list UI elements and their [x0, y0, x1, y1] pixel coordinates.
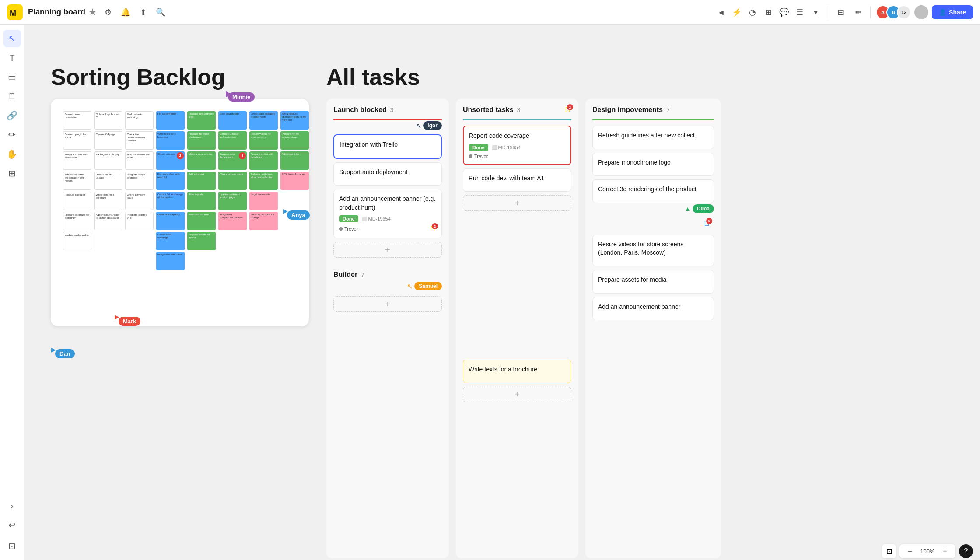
sticky-reduce[interactable]: Reduce task-switching [125, 111, 154, 130]
more-options-icon[interactable]: ▾ [808, 5, 822, 19]
sticky-update-content[interactable]: Update content on product page [218, 192, 247, 210]
notifications-icon[interactable]: 🔔 [119, 5, 133, 19]
sticky-check-connection[interactable]: Check the connection with camera [125, 131, 154, 150]
col-mix3: Bring product character-slots to the fro… [280, 111, 309, 270]
minimap-tool[interactable]: ⊡ [4, 537, 21, 555]
sticky-push-content[interactable]: Push last content [187, 212, 216, 230]
star-icon[interactable]: ★ [89, 7, 96, 17]
sticky-fdx[interactable]: FDX firewall change [280, 172, 309, 190]
task-correct-3d[interactable]: Correct 3d renderings of the product [592, 179, 714, 203]
filter-icon[interactable]: ⊟ [833, 5, 847, 19]
sticky-refresh[interactable]: Refresh guidelines after new collection [249, 172, 278, 190]
cursor-tool[interactable]: ↖ [4, 30, 21, 47]
task-prepare-assets[interactable]: Prepare assets for media [592, 270, 714, 294]
sticky-report-code[interactable]: Report code coverage [156, 232, 185, 250]
sticky-add-media-mgr[interactable]: Add media manager to launch discussion [94, 212, 122, 230]
sticky-update-cookie[interactable]: Update cookie policy [63, 232, 91, 250]
sticky-test-feature[interactable]: Test the feature with photo [125, 151, 154, 170]
zoom-minus-button[interactable]: − [905, 546, 915, 556]
frame-icon[interactable]: ⊞ [761, 5, 775, 19]
share-button[interactable]: 👤 Share [932, 5, 973, 19]
sticky-tool[interactable]: 🗒 [4, 88, 21, 105]
shape-tool[interactable]: ▭ [4, 68, 21, 86]
current-user-avatar[interactable] [914, 5, 928, 19]
add-builder-card[interactable]: + [333, 296, 442, 312]
grid-icon[interactable]: ☰ [793, 5, 807, 19]
sticky-write-texts[interactable]: Write texts for a brochure [94, 192, 122, 210]
sticky-integration-trello[interactable]: Integration with Trello [156, 252, 185, 270]
add-unsorted-card[interactable]: + [463, 195, 571, 211]
task-resize-videos[interactable]: Resize videos for store screens (London,… [592, 234, 714, 266]
nav-left-icon[interactable]: ◀ [714, 5, 728, 19]
text-tool[interactable]: T [4, 49, 21, 66]
edit-icon[interactable]: ✏ [851, 5, 865, 19]
sticky-check-snippets[interactable]: Check snippets 2 [156, 151, 185, 170]
settings-icon[interactable]: ⚙ [101, 5, 115, 19]
sticky-check-access[interactable]: Check access issue [218, 172, 247, 190]
task-run-code[interactable]: Run code dev. with team A1 [463, 168, 571, 192]
sticky-integrate-camera[interactable]: Integrate image optimizer [125, 172, 154, 190]
connector-tool[interactable]: 🔗 [4, 107, 21, 124]
task-add-announcement[interactable]: Add an announcement banner [592, 297, 714, 321]
add-builder-unsorted[interactable]: + [463, 387, 571, 402]
sticky-prepare-milestones[interactable]: Prepare a plan with milestones [63, 151, 91, 170]
task-write-texts[interactable]: Write texts for a brochure [463, 360, 571, 383]
add-card-button-launch[interactable]: + [333, 242, 442, 258]
sticky-prepare-wireframes[interactable]: Prepare the initial wireframes [187, 131, 216, 150]
sticky-determine[interactable]: Determine capacity [156, 212, 185, 230]
comment-icon[interactable]: 💬 [777, 5, 791, 19]
sticky-filter[interactable]: Filter reports [187, 192, 216, 210]
sticky-add-deep[interactable]: Add deep links [280, 151, 309, 170]
sticky-security[interactable]: Security compliance change [249, 212, 278, 230]
sticky-prepare-plan[interactable]: Prepare a plan with deadlines [249, 151, 278, 170]
lightning-icon[interactable]: ⚡ [730, 5, 744, 19]
sticky-resize[interactable]: Resize videos for store screens [249, 131, 278, 150]
avatar-count[interactable]: 12 [897, 5, 911, 19]
hand-tool[interactable]: ✋ [4, 145, 21, 163]
sticky-prepare-logo[interactable]: Prepare monochrome logo [187, 111, 216, 130]
sticky-online-payment[interactable]: Online payment issue [125, 192, 154, 210]
sticky-connect2[interactable]: Connect 2 factor authentication [218, 131, 247, 150]
minimap-button[interactable]: ⊡ [882, 544, 896, 558]
sticky-integration-compliance[interactable]: Integration compliance prepare [218, 212, 247, 230]
sticky-connect-plugin[interactable]: Connect plugin for social [63, 131, 91, 150]
sticky-bring-product[interactable]: Bring product character-slots to the fro… [280, 111, 309, 130]
more-tools[interactable]: › [4, 497, 21, 514]
search-icon[interactable]: 🔍 [154, 5, 168, 19]
task-refresh-guidelines[interactable]: Refresh guidelines after new collect [592, 126, 714, 149]
task-monochrome-logo[interactable]: Prepare monochrome logo [592, 153, 714, 176]
sticky-prepare-second[interactable]: Prepare for the second stage [280, 131, 309, 150]
frame-tool[interactable]: ⊞ [4, 164, 21, 182]
zoom-plus-button[interactable]: + [940, 546, 950, 556]
task-integration-trello[interactable]: Integration with Trello [333, 134, 442, 159]
sticky-integrate-vpn[interactable]: Integrate isolated VPN [125, 212, 154, 230]
upload-icon[interactable]: ⬆ [136, 5, 150, 19]
sticky-connect-email[interactable]: Connect email newsletter [63, 111, 91, 130]
task-support-deployment[interactable]: Support auto deployment [333, 162, 442, 186]
task-announcement-banner[interactable]: Add an announcement banner (e.g. product… [333, 189, 442, 238]
sticky-release[interactable]: Release checklist [63, 192, 91, 210]
sticky-make-code[interactable]: Make a code review [187, 151, 216, 170]
sticky-legal[interactable]: Legal review site [249, 192, 278, 210]
sticky-write-brochure[interactable]: Write texts for a brochure [156, 131, 185, 150]
pen-tool[interactable]: ✏ [4, 126, 21, 144]
undo-tool[interactable]: ↩ [4, 516, 21, 534]
help-button[interactable]: ? [959, 544, 973, 558]
backlog-board[interactable]: Connect email newsletter Connect plugin … [51, 99, 309, 326]
sticky-run-code[interactable]: Run code dev. with team A1 [156, 172, 185, 190]
sticky-add-banner[interactable]: Add a banner [187, 172, 216, 190]
sticky-support-auto[interactable]: Support auto deployment 2 [218, 151, 247, 170]
sticky-create-404[interactable]: Create 404 page [94, 131, 122, 150]
sticky-prepare-image[interactable]: Prepare an image for instagram [63, 212, 91, 230]
sticky-fix-shopify[interactable]: Fix bug with Shopify [94, 151, 122, 170]
timer-icon[interactable]: ◔ [746, 5, 760, 19]
sticky-add-media[interactable]: Add media kit to presentation with resul… [63, 172, 91, 190]
sticky-check-data[interactable]: Check data escaping in input fields [249, 111, 278, 130]
sticky-correct-3d[interactable]: Correct 3d renderings of the product [156, 192, 185, 210]
sticky-new-blog[interactable]: New blog design [218, 111, 247, 130]
sticky-onboard[interactable]: Onboard application C [94, 111, 122, 130]
task-report-coverage[interactable]: Report code coverage Done MD-19654 Trevo… [463, 126, 571, 165]
sticky-fix-system[interactable]: Fix system error [156, 111, 185, 130]
sticky-prepare-assets[interactable]: Prepare assets for media [187, 232, 216, 250]
sticky-upload-api[interactable]: Upload an API update [94, 172, 122, 190]
